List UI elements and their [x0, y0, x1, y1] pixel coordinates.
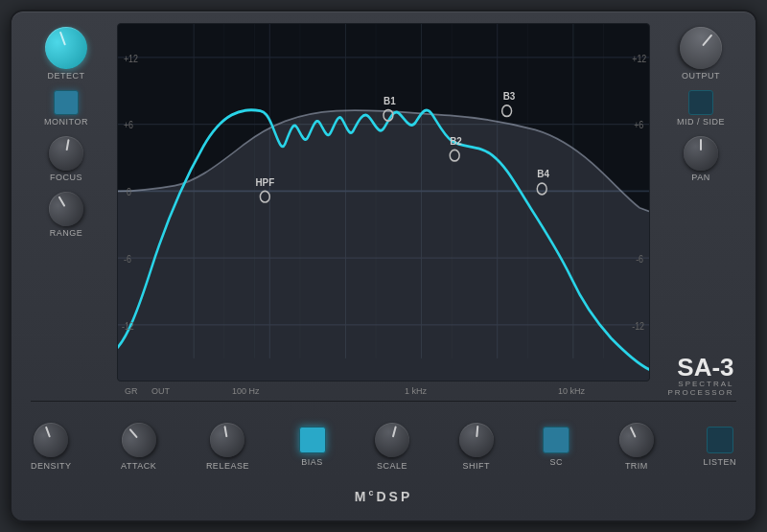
shift-knob[interactable]: [457, 421, 495, 458]
brand-text: McDSP: [355, 489, 412, 504]
svg-text:+6: +6: [124, 120, 133, 131]
svg-text:-12: -12: [632, 320, 644, 332]
svg-text:+6: +6: [634, 120, 643, 131]
release-label: RELEASE: [206, 461, 249, 471]
gr-label: GR: [125, 386, 138, 396]
eq-svg: +12 +6 0 -6 -12 +12 +6 -6 -12 HPF: [118, 24, 649, 381]
scale-label: SCALE: [377, 461, 407, 471]
range-knob[interactable]: [42, 185, 89, 232]
bias-group: BIAS: [299, 427, 326, 467]
bottom-controls: DENSITY ATTACK RELEASE BIAS SCALE SHIFT: [23, 402, 744, 488]
plugin-body: DETECT MONITOR FOCUS RANGE: [10, 10, 757, 522]
freq-1khz: 1 kHz: [405, 386, 427, 396]
attack-group: ATTACK: [121, 423, 156, 471]
attack-label: ATTACK: [121, 461, 156, 471]
bias-label: BIAS: [301, 457, 323, 467]
release-group: RELEASE: [206, 423, 249, 471]
listen-label: LISTEN: [703, 457, 736, 467]
svg-text:B1: B1: [384, 94, 396, 106]
brand-logo: McDSP: [23, 488, 744, 509]
svg-text:B3: B3: [503, 89, 516, 102]
density-group: DENSITY: [31, 423, 72, 471]
output-knob-container: OUTPUT: [680, 27, 722, 81]
shift-label: SHIFT: [462, 461, 490, 471]
sc-label: SC: [550, 457, 564, 467]
output-label: OUTPUT: [682, 71, 720, 81]
focus-label: FOCUS: [50, 173, 82, 182]
svg-point-33: [502, 105, 512, 117]
mid-side-label: MID / SIDE: [677, 117, 725, 127]
density-bottom-label: DENSITY: [31, 461, 72, 471]
freq-bar: GR OUT 100 Hz 1 kHz 10 kHz: [117, 382, 650, 401]
mid-side-button-container: MID / SIDE: [677, 90, 725, 127]
right-panel: OUTPUT MID / SIDE PAN SA-3 SPECTRAL PROC…: [658, 23, 744, 401]
release-knob[interactable]: [208, 420, 248, 460]
display-area: +12 +6 0 -6 -12 +12 +6 -6 -12 HPF: [117, 23, 650, 401]
processor-label: PROCESSOR: [667, 388, 733, 397]
monitor-button[interactable]: [54, 90, 79, 115]
left-panel: DETECT MONITOR FOCUS RANGE: [23, 23, 109, 401]
range-label: RANGE: [50, 228, 83, 238]
svg-text:-6: -6: [636, 253, 643, 265]
density-knob[interactable]: [29, 418, 73, 462]
out-label: OUT: [151, 386, 170, 396]
sc-group: SC: [543, 427, 569, 467]
freq-100hz: 100 Hz: [232, 386, 260, 396]
bias-button[interactable]: [299, 427, 326, 453]
output-knob[interactable]: [671, 18, 731, 78]
scale-knob[interactable]: [371, 419, 413, 461]
detect-knob[interactable]: [39, 21, 93, 75]
trim-group: TRIM: [619, 423, 654, 471]
listen-button[interactable]: [707, 427, 733, 453]
spectral-label: SPECTRAL: [667, 380, 733, 388]
pan-knob-container: PAN: [684, 136, 718, 182]
detect-label: DETECT: [48, 71, 85, 81]
monitor-label: MONITOR: [44, 117, 88, 127]
shift-group: SHIFT: [459, 423, 494, 471]
monitor-button-container: MONITOR: [44, 90, 88, 127]
trim-label: TRIM: [625, 461, 648, 471]
scale-group: SCALE: [375, 423, 409, 471]
focus-knob-container: FOCUS: [49, 136, 83, 182]
trim-knob[interactable]: [614, 417, 660, 463]
pan-knob[interactable]: [684, 136, 718, 171]
branding-block: SA-3 SPECTRAL PROCESSOR: [667, 347, 733, 397]
attack-knob[interactable]: [114, 416, 163, 465]
focus-knob[interactable]: [46, 133, 86, 173]
svg-text:B4: B4: [537, 168, 549, 180]
pan-label: PAN: [691, 173, 709, 182]
detect-knob-container: DETECT: [45, 27, 87, 81]
svg-text:HPF: HPF: [255, 175, 274, 188]
svg-text:B2: B2: [450, 134, 462, 147]
listen-group: LISTEN: [703, 427, 736, 467]
svg-text:0: 0: [127, 186, 131, 197]
eq-display[interactable]: +12 +6 0 -6 -12 +12 +6 -6 -12 HPF: [117, 23, 650, 382]
svg-text:-12: -12: [122, 320, 134, 332]
sa3-title: SA-3: [667, 355, 733, 380]
range-knob-container: RANGE: [49, 192, 83, 238]
sc-button[interactable]: [543, 427, 569, 453]
svg-text:+12: +12: [124, 53, 138, 64]
mid-side-button[interactable]: [688, 90, 713, 115]
svg-text:-6: -6: [124, 253, 131, 265]
svg-text:+12: +12: [632, 53, 646, 64]
freq-10khz: 10 kHz: [558, 386, 585, 396]
